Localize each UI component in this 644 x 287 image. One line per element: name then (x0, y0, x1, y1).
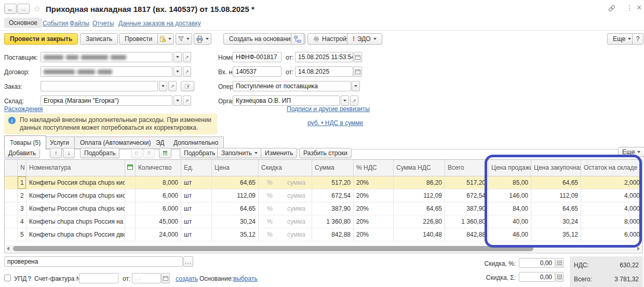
cell-name[interactable]: Конфеты chupa chups Россия двойна... (26, 228, 125, 241)
organization-input[interactable]: Кузнецова О.В. ИП (233, 95, 340, 106)
cell-stock[interactable]: 4,000 (581, 202, 642, 215)
cell-total[interactable]: 387,90 (445, 202, 489, 215)
discount-percent-calc-button[interactable] (556, 258, 564, 268)
cell-discount[interactable]: %сумма (259, 176, 312, 189)
cell-stock[interactable]: 4,000 (581, 189, 642, 202)
currency-vat-link[interactable]: руб. • НДС в сумме (307, 119, 363, 127)
cell-vat_sum[interactable]: 112,09 (394, 189, 445, 202)
incoming-date-calendar-button[interactable] (354, 66, 362, 77)
cell-purchase_price[interactable]: 35,12 (531, 228, 581, 241)
cell-qty[interactable]: 45,000 (136, 215, 181, 228)
cell-vat_pct[interactable]: 20% (354, 215, 394, 228)
cell-price[interactable]: 30,24 (212, 215, 259, 228)
number-input[interactable]: НФНФ-001817 (233, 52, 281, 62)
contract-dropdown-button[interactable] (173, 66, 182, 77)
cell-unit[interactable]: шт (181, 202, 212, 215)
cell-n[interactable]: 4 (18, 215, 26, 228)
copy-button[interactable] (131, 148, 142, 158)
order-import-button[interactable] (181, 81, 194, 91)
tab-services[interactable]: Услуги (45, 136, 75, 149)
nav-tab-events[interactable]: События (43, 20, 69, 27)
cell-vat_sum[interactable]: 86,20 (394, 176, 445, 189)
signatures-link[interactable]: Подписи и другие реквизиты (287, 105, 370, 113)
cell-marker[interactable] (5, 202, 18, 215)
cell-price[interactable]: 64,65 (212, 202, 259, 215)
help-button[interactable]: ? (632, 33, 643, 45)
cell-price[interactable]: 112,09 (212, 189, 259, 202)
cell-discount[interactable]: %сумма (259, 215, 312, 228)
fill-menu-button[interactable]: Заполнить (217, 148, 262, 158)
close-icon[interactable]: × (637, 4, 641, 12)
column-header-sum[interactable]: Сумма (312, 160, 354, 176)
cell-icon[interactable] (125, 189, 136, 202)
cell-vat_pct[interactable]: 20% (354, 202, 394, 215)
horizontal-scrollbar[interactable] (6, 245, 641, 252)
supplier-input[interactable] (41, 52, 172, 62)
print-button[interactable] (194, 33, 211, 45)
cell-icon[interactable] (125, 215, 136, 228)
show-list-settings-button[interactable] (159, 148, 171, 158)
cell-qty[interactable]: 24,000 (136, 228, 181, 241)
table-row[interactable]: 2Конфеты Россия chupa chups кислые...6,0… (5, 189, 642, 202)
scroll-right-icon[interactable] (637, 247, 640, 251)
cell-qty[interactable]: 6,000 (136, 189, 181, 202)
cell-qty[interactable]: 6,000 (136, 202, 181, 215)
cell-unit[interactable]: шт (181, 189, 212, 202)
cell-total[interactable]: 517,20 (445, 176, 489, 189)
cell-sale_price[interactable]: 46,00 (489, 228, 531, 241)
cell-vat_sum[interactable]: 140,48 (394, 228, 445, 241)
edo-button[interactable]: ! ЭДО (347, 33, 382, 45)
discount-percent-input[interactable]: 0,00 (519, 258, 555, 268)
cell-n[interactable]: 3 (18, 202, 26, 215)
cell-unit[interactable]: шт (181, 228, 212, 241)
post-and-close-button[interactable]: Провести и закрыть (4, 33, 78, 45)
cell-sale_price[interactable]: 84,00 (489, 202, 531, 215)
number-date-calendar-button[interactable] (354, 52, 362, 62)
forward-button[interactable]: → (17, 4, 30, 14)
table-row[interactable]: 5Конфеты chupa chups Россия двойна...24,… (5, 228, 642, 241)
tab-goods[interactable]: Товары (5) (4, 135, 46, 149)
nav-tab-reports[interactable]: Отчеты (92, 20, 114, 27)
cell-vat_sum[interactable]: 226,80 (394, 215, 445, 228)
cell-vat_pct[interactable]: 20% (354, 176, 394, 189)
incoming-date-input[interactable]: 14.08.2025 (295, 66, 353, 77)
save-button[interactable]: Записать (80, 33, 118, 45)
choose-basis-link[interactable]: выбрать (233, 275, 258, 282)
column-header-name[interactable]: Номенклатура (26, 160, 125, 176)
column-header-stock[interactable]: Остаток на складе (581, 160, 642, 176)
cell-price[interactable]: 35,12 (212, 228, 259, 241)
upd-checkbox[interactable] (4, 275, 11, 281)
cell-marker[interactable] (5, 176, 18, 189)
column-header-unit[interactable]: Ед. (181, 160, 212, 176)
order-input[interactable] (41, 81, 158, 91)
cell-marker[interactable] (5, 215, 18, 228)
column-header-sale_price[interactable]: Цена продажи (489, 160, 531, 176)
window-menu-icon[interactable]: ⋮ (626, 4, 633, 11)
contract-open-button[interactable]: ↗ (183, 66, 191, 77)
move-row-down-button[interactable]: ↓ (63, 148, 75, 158)
table-row[interactable]: 1Конфеты Россия chupa chups кислые...8,0… (5, 176, 642, 189)
invoice-number-input[interactable] (79, 273, 118, 283)
cell-purchase_price[interactable]: 64,65 (531, 202, 581, 215)
cell-n[interactable]: 2 (18, 189, 26, 202)
cell-price[interactable]: 64,65 (212, 176, 259, 189)
table-row[interactable]: 4Конфеты chupa chups Россия на пал...45,… (5, 215, 642, 228)
cell-marker[interactable] (5, 189, 18, 202)
cell-sum[interactable]: 1 360,80 (312, 215, 354, 228)
cell-stock[interactable]: 2,000 (581, 176, 642, 189)
number-date-input[interactable]: 15.08.2025 11:53:54 (295, 52, 353, 62)
cell-icon[interactable] (125, 176, 136, 189)
column-header-total[interactable]: Всего (445, 160, 489, 176)
cell-sale_price[interactable]: 146,00 (489, 189, 531, 202)
comment-input[interactable]: проверена (4, 256, 183, 267)
discount-sum-input[interactable]: 0,00 (519, 272, 555, 282)
cell-purchase_price[interactable]: 64,65 (531, 176, 581, 189)
cell-vat_pct[interactable]: 20% (354, 228, 394, 241)
create-invoice-link[interactable]: создать (176, 275, 198, 282)
invoice-date-calendar-button[interactable] (162, 273, 170, 283)
supplier-dropdown-button[interactable] (173, 52, 182, 62)
cell-sum[interactable]: 517,20 (312, 176, 354, 189)
move-row-up-button[interactable]: ↑ (50, 148, 62, 158)
document-movements-button[interactable] (157, 33, 174, 45)
cell-sum[interactable]: 387,90 (312, 202, 354, 215)
